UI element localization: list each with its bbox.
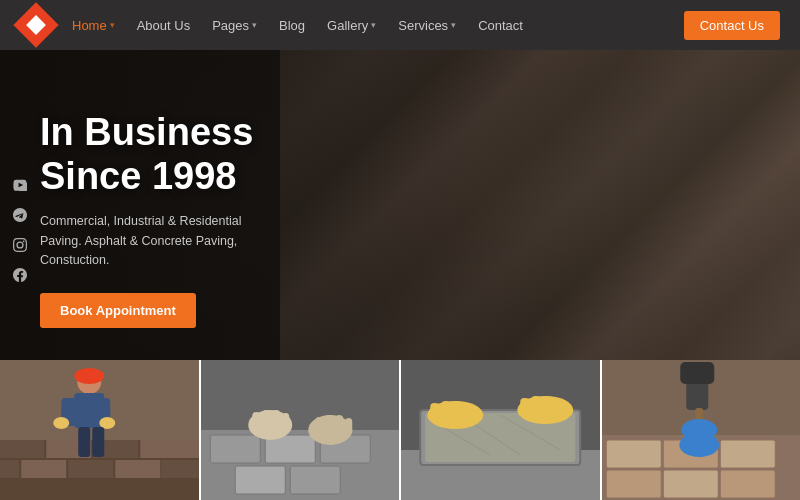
svg-rect-34 [325, 415, 333, 435]
social-sidebar [10, 175, 30, 285]
svg-rect-6 [21, 460, 66, 478]
svg-rect-36 [345, 418, 352, 435]
svg-rect-7 [68, 460, 113, 478]
telegram-icon[interactable] [10, 205, 30, 225]
nav-about[interactable]: About Us [137, 18, 190, 33]
svg-rect-52 [542, 396, 551, 414]
instagram-icon[interactable] [10, 235, 30, 255]
svg-rect-49 [463, 403, 471, 419]
svg-rect-22 [210, 435, 260, 463]
svg-rect-59 [606, 470, 661, 498]
svg-rect-19 [92, 427, 104, 457]
thumb-image-4 [602, 360, 801, 500]
svg-rect-33 [315, 417, 323, 435]
thumb-image-1 [0, 360, 199, 500]
svg-rect-56 [606, 440, 661, 468]
nav-home[interactable]: Home▾ [72, 18, 115, 33]
svg-rect-31 [272, 410, 280, 430]
navbar: Home▾ About Us Pages▾ Blog Gallery▾ Serv… [0, 0, 800, 50]
svg-rect-25 [235, 466, 285, 494]
svg-rect-18 [78, 427, 90, 457]
svg-rect-48 [452, 401, 461, 419]
svg-rect-47 [441, 401, 450, 419]
nav-links: Home▾ About Us Pages▾ Blog Gallery▾ Serv… [72, 18, 684, 33]
svg-rect-32 [282, 413, 289, 430]
hero-subtitle: Commercial, Industrial & Residential Pav… [40, 212, 270, 270]
thumbnails-row [0, 360, 800, 500]
youtube-icon[interactable] [10, 175, 30, 195]
nav-pages[interactable]: Pages▾ [212, 18, 257, 33]
svg-rect-58 [720, 440, 775, 468]
svg-rect-61 [720, 470, 775, 498]
nav-blog[interactable]: Blog [279, 18, 305, 33]
hero-title: In Business Since 1998 [40, 111, 270, 198]
svg-rect-35 [335, 415, 343, 435]
svg-rect-9 [0, 460, 19, 478]
logo[interactable] [20, 9, 52, 41]
thumbnail-1 [0, 360, 201, 500]
svg-rect-30 [262, 410, 270, 430]
svg-rect-29 [252, 412, 260, 430]
hero-section: In Business Since 1998 Commercial, Indus… [0, 50, 800, 410]
nav-services[interactable]: Services▾ [398, 18, 456, 33]
svg-rect-2 [0, 440, 44, 458]
svg-rect-46 [430, 403, 439, 419]
thumb-image-2 [201, 360, 400, 500]
nav-contact[interactable]: Contact [478, 18, 523, 33]
contact-button[interactable]: Contact Us [684, 11, 780, 40]
svg-rect-8 [115, 460, 160, 478]
svg-rect-60 [663, 470, 718, 498]
thumbnail-3 [401, 360, 602, 500]
facebook-icon[interactable] [10, 265, 30, 285]
svg-rect-10 [161, 460, 198, 478]
svg-rect-26 [290, 466, 340, 494]
hero-content: In Business Since 1998 Commercial, Indus… [40, 111, 270, 327]
thumb-image-3 [401, 360, 600, 500]
svg-rect-51 [531, 396, 540, 414]
svg-point-16 [53, 417, 69, 429]
nav-gallery[interactable]: Gallery▾ [327, 18, 376, 33]
svg-rect-5 [140, 440, 198, 458]
svg-rect-63 [680, 362, 714, 384]
svg-point-66 [681, 419, 717, 441]
svg-point-15 [74, 368, 104, 384]
svg-rect-53 [553, 398, 561, 414]
thumbnail-4 [602, 360, 801, 500]
book-appointment-button[interactable]: Book Appointment [40, 292, 196, 327]
svg-rect-50 [520, 398, 529, 414]
thumbnail-2 [201, 360, 402, 500]
